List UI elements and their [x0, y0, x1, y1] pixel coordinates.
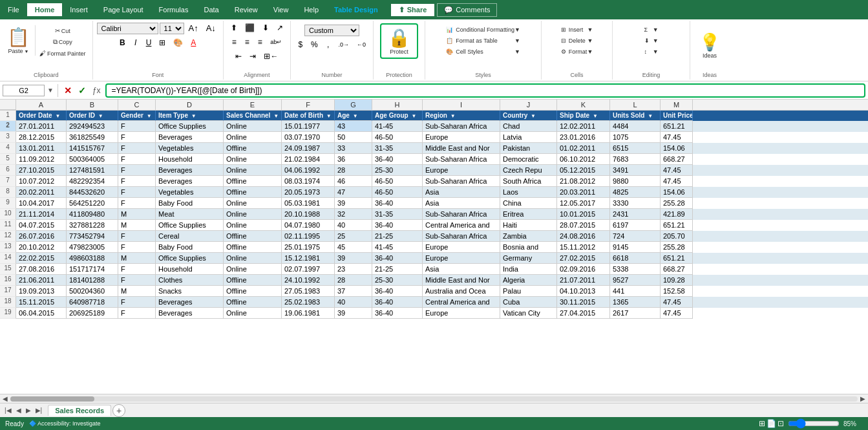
- cell[interactable]: Zambia: [500, 231, 557, 242]
- cell[interactable]: 23.01.2016: [557, 132, 610, 143]
- cell[interactable]: 24.10.1992: [282, 275, 335, 286]
- cell[interactable]: 500364005: [67, 154, 118, 165]
- header-ship-date[interactable]: Ship Date ▼: [557, 111, 610, 121]
- cell[interactable]: Offline: [224, 176, 282, 187]
- view-tab[interactable]: View: [266, 3, 297, 16]
- cell[interactable]: 15.01.1977: [282, 121, 335, 132]
- merge-center-button[interactable]: ⊞←: [260, 50, 281, 62]
- cell[interactable]: 11.09.2012: [16, 154, 67, 165]
- cell[interactable]: Vatican City: [500, 308, 557, 319]
- cell[interactable]: Asia: [423, 264, 500, 275]
- number-format-select[interactable]: Custom: [304, 25, 359, 36]
- cell[interactable]: M: [118, 209, 156, 220]
- cell[interactable]: 4484: [610, 121, 661, 132]
- cell[interactable]: 724: [610, 231, 661, 242]
- cell[interactable]: 3491: [610, 165, 661, 176]
- cell[interactable]: 46-50: [372, 187, 423, 198]
- cell[interactable]: 2431: [610, 209, 661, 220]
- cell[interactable]: 9880: [610, 176, 661, 187]
- cell[interactable]: 41-45: [372, 121, 423, 132]
- cell[interactable]: 25.02.1983: [282, 297, 335, 308]
- decrease-font-button[interactable]: A↓: [203, 22, 219, 34]
- cell[interactable]: Pakistan: [500, 143, 557, 154]
- cell[interactable]: 50: [335, 132, 372, 143]
- cell[interactable]: 127481591: [67, 165, 118, 176]
- cell[interactable]: 640987718: [67, 297, 118, 308]
- page-layout-view-button[interactable]: 📄: [767, 419, 776, 428]
- cell[interactable]: 21-25: [372, 264, 423, 275]
- cell[interactable]: 28.12.2015: [16, 132, 67, 143]
- cell[interactable]: Clothes: [156, 275, 224, 286]
- cell[interactable]: 06.04.2015: [16, 308, 67, 319]
- cell[interactable]: Australia and Ocea: [423, 286, 500, 297]
- horizontal-scrollbar[interactable]: ◀ ▶: [0, 394, 868, 403]
- ideas-button[interactable]: 💡 Ideas: [694, 30, 725, 61]
- review-tab[interactable]: Review: [227, 3, 266, 16]
- cut-button[interactable]: ✂ Cut: [37, 26, 89, 36]
- header-region[interactable]: Region ▼: [423, 111, 500, 121]
- delete-button[interactable]: ⊟ Delete ▼: [558, 36, 596, 46]
- sheet-nav-next[interactable]: ▶: [24, 406, 33, 414]
- header-order-date[interactable]: Order Date ▼: [16, 111, 67, 121]
- cell[interactable]: Snacks: [156, 286, 224, 297]
- cell[interactable]: 292494523: [67, 121, 118, 132]
- cell[interactable]: Sub-Saharan Africa: [423, 176, 500, 187]
- cell[interactable]: 327881228: [67, 220, 118, 231]
- cell[interactable]: Cuba: [500, 297, 557, 308]
- cell[interactable]: 441: [610, 286, 661, 297]
- cell[interactable]: 773452794: [67, 231, 118, 242]
- header-order-id[interactable]: Order ID ▼: [67, 111, 118, 121]
- cell[interactable]: 25-30: [372, 165, 423, 176]
- normal-view-button[interactable]: ⊞: [759, 419, 765, 428]
- cell[interactable]: 651.21: [661, 121, 693, 132]
- cell[interactable]: 46: [335, 176, 372, 187]
- header-units-sold[interactable]: Units Sold ▼: [610, 111, 661, 121]
- cell[interactable]: Haiti: [500, 220, 557, 231]
- cell[interactable]: Offline: [224, 231, 282, 242]
- cell[interactable]: Beverages: [156, 308, 224, 319]
- cell[interactable]: Central America and: [423, 220, 500, 231]
- cell[interactable]: 43: [335, 121, 372, 132]
- format-as-table-button[interactable]: 📋 Format as Table ▼: [443, 36, 523, 46]
- col-header-k[interactable]: K: [557, 100, 610, 110]
- cell[interactable]: Beverages: [156, 165, 224, 176]
- comments-button[interactable]: 💬 Comments: [437, 3, 497, 17]
- cell[interactable]: 21.08.2012: [557, 176, 610, 187]
- increase-indent-button[interactable]: ⇥: [246, 50, 259, 62]
- cell[interactable]: Offline: [224, 297, 282, 308]
- bold-button[interactable]: B: [116, 37, 129, 48]
- cell[interactable]: 33: [335, 143, 372, 154]
- header-sales-channel[interactable]: Sales Channel ▼: [224, 111, 282, 121]
- cell[interactable]: 15.12.1981: [282, 253, 335, 264]
- cell[interactable]: Bosnia and: [500, 242, 557, 253]
- header-age[interactable]: Age ▼: [335, 111, 372, 121]
- format-painter-button[interactable]: 🖌 Format Painter: [37, 48, 89, 58]
- confirm-formula-button[interactable]: ✓: [76, 85, 88, 96]
- align-top-button[interactable]: ⬆: [228, 22, 240, 34]
- cell[interactable]: 36-40: [372, 220, 423, 231]
- accounting-button[interactable]: $: [295, 39, 306, 50]
- cell[interactable]: 24.09.1987: [282, 143, 335, 154]
- cell[interactable]: Palau: [500, 286, 557, 297]
- protect-button[interactable]: 🔒 Protect: [380, 23, 418, 59]
- cell[interactable]: Offline: [224, 187, 282, 198]
- col-header-f[interactable]: F: [282, 100, 335, 110]
- sheet-nav-last[interactable]: ▶|: [34, 406, 45, 414]
- cell[interactable]: 47: [335, 187, 372, 198]
- cell[interactable]: 3330: [610, 198, 661, 209]
- cell[interactable]: Beverages: [156, 176, 224, 187]
- paste-button[interactable]: 📋 Paste ▼: [4, 25, 36, 56]
- cell[interactable]: 39: [335, 308, 372, 319]
- cancel-formula-button[interactable]: ✕: [62, 85, 74, 96]
- cell[interactable]: Office Supplies: [156, 220, 224, 231]
- cell[interactable]: 9527: [610, 275, 661, 286]
- copy-button[interactable]: ⧉ Copy: [37, 37, 89, 47]
- cell[interactable]: 47.45: [661, 308, 693, 319]
- cell[interactable]: Offline: [224, 143, 282, 154]
- cell[interactable]: 844532620: [67, 187, 118, 198]
- cell[interactable]: 01.02.2011: [557, 143, 610, 154]
- cell[interactable]: Europe: [423, 308, 500, 319]
- cell[interactable]: 28: [335, 165, 372, 176]
- cell[interactable]: 26.07.2016: [16, 231, 67, 242]
- cell[interactable]: 25.01.1975: [282, 242, 335, 253]
